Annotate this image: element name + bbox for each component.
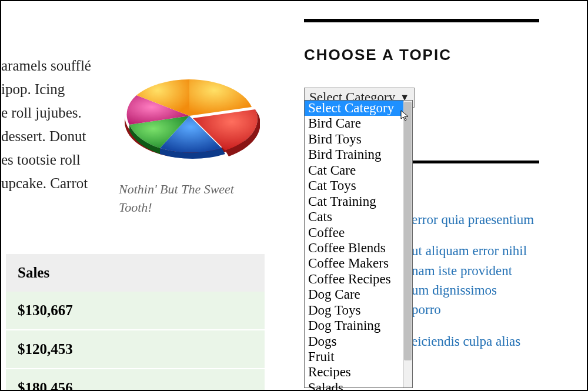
table-row: $130,667 — [6, 292, 265, 330]
dropdown-option[interactable]: Dog Care — [305, 287, 412, 302]
table-row: $120,453 — [6, 330, 265, 369]
sidebar-heading: CHOOSE A TOPIC — [304, 46, 580, 64]
dropdown-option[interactable]: Select Category — [305, 101, 412, 116]
pie-caption: Nothin' But The Sweet Tooth! — [119, 181, 266, 217]
dropdown-option[interactable]: Coffee — [305, 225, 412, 240]
table-row: $180,456 — [6, 369, 265, 391]
link[interactable]: eiciendis culpa alias — [412, 334, 520, 349]
link[interactable]: error quia praesentium — [412, 212, 534, 227]
article-column: aramels soufflé ipop. Icing e roll jujub… — [1, 1, 272, 391]
dropdown-option[interactable]: Recipes — [305, 365, 412, 380]
link[interactable]: ut aliquam error nihil — [412, 243, 527, 258]
dropdown-option[interactable]: Dog Toys — [305, 303, 412, 318]
category-dropdown-list[interactable]: Select Category Bird Care Bird Toys Bird… — [304, 100, 413, 388]
dropdown-option[interactable]: Cats — [305, 209, 412, 225]
link[interactable]: porro — [412, 302, 441, 317]
dropdown-option[interactable]: Coffee Recipes — [305, 272, 412, 287]
dropdown-option[interactable]: Bird Care — [305, 116, 412, 131]
pie-chart-icon — [119, 60, 260, 172]
dropdown-option[interactable]: Cat Training — [305, 194, 412, 209]
recent-links: error quia praesentium ut aliquam error … — [412, 210, 534, 363]
dropdown-option[interactable]: Bird Toys — [305, 132, 412, 147]
pie-chart-figure: Nothin' But The Sweet Tooth! — [119, 60, 266, 217]
link[interactable]: nam iste provident — [412, 263, 512, 278]
table-header: Sales — [6, 254, 265, 292]
dropdown-option[interactable]: Cat Care — [305, 163, 412, 178]
dropdown-option[interactable]: Coffee Makers — [305, 256, 412, 271]
dropdown-option[interactable]: Cat Toys — [305, 178, 412, 193]
dropdown-option[interactable]: Bird Training — [305, 147, 412, 162]
dropdown-option[interactable]: Dogs — [305, 334, 412, 349]
dropdown-option[interactable]: Dog Training — [305, 318, 412, 333]
dropdown-option[interactable]: Coffee Blends — [305, 240, 412, 256]
link[interactable]: um dignissimos — [412, 283, 497, 298]
divider — [304, 19, 539, 22]
scrollbar-thumb[interactable] — [404, 102, 412, 360]
scrollbar[interactable] — [403, 101, 412, 387]
dropdown-option[interactable]: Salads — [305, 380, 412, 391]
sales-table: Sales $130,667 $120,453 $180,456 — [6, 254, 265, 391]
dropdown-option[interactable]: Fruit — [305, 349, 412, 365]
